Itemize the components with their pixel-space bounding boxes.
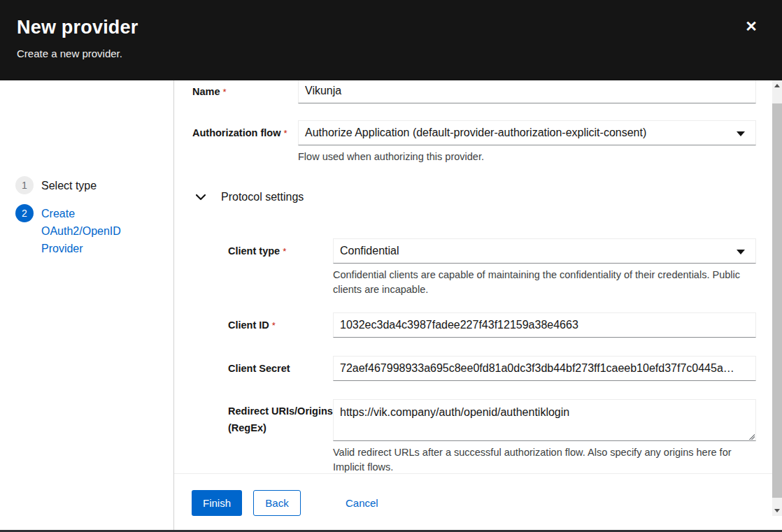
client-type-select[interactable]: Confidential — [333, 238, 756, 264]
required-asterisk: * — [220, 87, 227, 97]
modal-subtitle: Create a new provider. — [17, 48, 122, 59]
client-type-label: Client type* — [228, 245, 333, 257]
client-type-value: Confidential — [340, 245, 399, 257]
authorization-flow-label: Authorization flow* — [192, 127, 297, 138]
scrollbar-thumb[interactable] — [772, 103, 782, 498]
client-type-help: Confidential clients are capable of main… — [333, 268, 756, 297]
redirect-uris-label: Redirect URIs/Origins — [228, 405, 333, 417]
wizard-step-label: Select type — [41, 176, 139, 194]
name-label: Name* — [192, 86, 297, 97]
wizard-sidebar: 1 Select type 2 Create OAuth2/OpenID Pro… — [0, 80, 174, 530]
finish-button[interactable]: Finish — [192, 490, 242, 516]
modal-title: New provider — [17, 17, 138, 38]
client-secret-label: Client Secret — [228, 363, 333, 374]
required-asterisk: * — [269, 320, 276, 331]
cancel-button[interactable]: Cancel — [346, 490, 378, 516]
close-icon[interactable]: ✕ — [741, 17, 761, 36]
chevron-down-icon — [196, 194, 206, 201]
form-scroll-area: Name* Authorization flow* Authorize Appl… — [174, 80, 772, 473]
step-number-badge: 1 — [15, 176, 34, 194]
wizard-step-select-type[interactable]: 1 Select type — [15, 176, 139, 194]
wizard-footer: Finish Back Cancel — [174, 473, 772, 517]
wizard-step-label: Create OAuth2/OpenID Provider — [41, 204, 139, 257]
scroll-down-icon[interactable] — [772, 505, 782, 516]
modal-header: New provider Create a new provider. ✕ — [0, 0, 782, 80]
back-button[interactable]: Back — [253, 490, 301, 516]
step-number-badge: 2 — [15, 204, 34, 222]
protocol-settings-expander[interactable]: Protocol settings — [196, 191, 304, 203]
redirect-uris-help: Valid redirect URLs after a successful a… — [333, 445, 756, 473]
resize-grip-icon[interactable] — [748, 433, 755, 440]
chevron-down-icon — [737, 250, 745, 254]
chevron-down-icon — [737, 131, 745, 136]
client-secret-input[interactable] — [333, 356, 756, 381]
protocol-settings-label: Protocol settings — [221, 191, 304, 203]
new-provider-modal: New provider Create a new provider. ✕ 1 … — [0, 0, 782, 532]
authorization-flow-help: Flow used when authorizing this provider… — [298, 150, 756, 164]
scroll-up-icon[interactable] — [772, 80, 782, 91]
wizard-step-create-provider[interactable]: 2 Create OAuth2/OpenID Provider — [15, 204, 139, 257]
client-id-label: Client ID* — [228, 319, 333, 331]
required-asterisk: * — [280, 246, 286, 257]
authorization-flow-select[interactable]: Authorize Application (default-provider-… — [298, 120, 756, 145]
vertical-scrollbar[interactable] — [772, 80, 782, 516]
redirect-uris-textarea[interactable]: https://vik.company/auth/openid/authenti… — [333, 399, 756, 441]
name-input[interactable] — [298, 80, 756, 103]
required-asterisk: * — [280, 128, 287, 138]
redirect-uris-label-line2: (RegEx) — [228, 422, 333, 433]
client-id-input[interactable] — [333, 312, 756, 338]
authorization-flow-value: Authorize Application (default-provider-… — [305, 127, 646, 139]
